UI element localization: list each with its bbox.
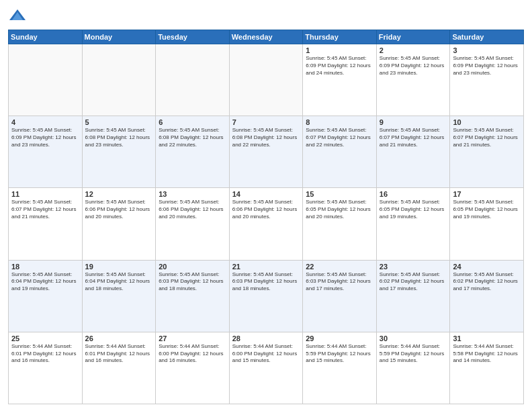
- calendar-week-row: 4Sunrise: 5:45 AM Sunset: 6:09 PM Daylig…: [9, 116, 524, 188]
- calendar-day-cell: 19Sunrise: 5:45 AM Sunset: 6:04 PM Dayli…: [82, 260, 156, 332]
- day-number: 11: [11, 190, 79, 198]
- calendar-week-row: 25Sunrise: 5:44 AM Sunset: 6:01 PM Dayli…: [9, 332, 524, 404]
- calendar-table: SundayMondayTuesdayWednesdayThursdayFrid…: [8, 30, 524, 404]
- calendar-day-cell: 11Sunrise: 5:45 AM Sunset: 6:07 PM Dayli…: [9, 188, 83, 260]
- day-number: 3: [453, 46, 521, 54]
- day-number: 20: [159, 263, 226, 271]
- day-info: Sunrise: 5:45 AM Sunset: 6:09 PM Dayligh…: [11, 127, 79, 148]
- day-info: Sunrise: 5:45 AM Sunset: 6:09 PM Dayligh…: [380, 55, 447, 77]
- day-number: 9: [380, 118, 447, 126]
- calendar-day-cell: 17Sunrise: 5:45 AM Sunset: 6:05 PM Dayli…: [450, 188, 524, 260]
- day-info: Sunrise: 5:44 AM Sunset: 6:00 PM Dayligh…: [232, 343, 300, 365]
- day-of-week-header: Thursday: [303, 30, 377, 44]
- day-info: Sunrise: 5:45 AM Sunset: 6:03 PM Dayligh…: [232, 271, 300, 293]
- calendar-day-cell: 3Sunrise: 5:45 AM Sunset: 6:09 PM Daylig…: [450, 44, 524, 116]
- header: [8, 7, 524, 26]
- day-of-week-header: Monday: [82, 30, 156, 44]
- day-number: 21: [232, 263, 300, 271]
- day-number: 13: [159, 190, 226, 198]
- day-number: 2: [380, 46, 447, 54]
- day-info: Sunrise: 5:44 AM Sunset: 5:59 PM Dayligh…: [380, 343, 447, 365]
- calendar-week-row: 1Sunrise: 5:45 AM Sunset: 6:09 PM Daylig…: [9, 44, 524, 116]
- calendar-day-cell: [9, 44, 83, 116]
- day-info: Sunrise: 5:45 AM Sunset: 6:03 PM Dayligh…: [306, 271, 373, 293]
- day-info: Sunrise: 5:45 AM Sunset: 6:06 PM Dayligh…: [159, 199, 226, 220]
- calendar-day-cell: [229, 44, 303, 116]
- day-info: Sunrise: 5:45 AM Sunset: 6:06 PM Dayligh…: [232, 199, 300, 220]
- day-number: 30: [380, 334, 447, 342]
- calendar-day-cell: 27Sunrise: 5:44 AM Sunset: 6:00 PM Dayli…: [156, 332, 230, 404]
- calendar-header-row: SundayMondayTuesdayWednesdayThursdayFrid…: [9, 30, 524, 44]
- calendar-day-cell: [82, 44, 156, 116]
- day-number: 4: [11, 118, 79, 126]
- day-number: 8: [306, 118, 373, 126]
- calendar-day-cell: 9Sunrise: 5:45 AM Sunset: 6:07 PM Daylig…: [376, 116, 450, 188]
- day-number: 26: [85, 334, 153, 342]
- day-number: 24: [453, 263, 521, 271]
- day-number: 18: [11, 263, 79, 271]
- day-info: Sunrise: 5:45 AM Sunset: 6:09 PM Dayligh…: [453, 55, 521, 77]
- calendar-day-cell: 13Sunrise: 5:45 AM Sunset: 6:06 PM Dayli…: [156, 188, 230, 260]
- calendar-week-row: 11Sunrise: 5:45 AM Sunset: 6:07 PM Dayli…: [9, 188, 524, 260]
- calendar-day-cell: 20Sunrise: 5:45 AM Sunset: 6:03 PM Dayli…: [156, 260, 230, 332]
- day-of-week-header: Sunday: [9, 30, 83, 44]
- day-info: Sunrise: 5:45 AM Sunset: 6:04 PM Dayligh…: [85, 271, 153, 293]
- day-number: 10: [453, 118, 521, 126]
- calendar-day-cell: 8Sunrise: 5:45 AM Sunset: 6:07 PM Daylig…: [303, 116, 377, 188]
- day-number: 16: [380, 190, 447, 198]
- day-number: 19: [85, 263, 153, 271]
- day-info: Sunrise: 5:45 AM Sunset: 6:07 PM Dayligh…: [380, 127, 447, 148]
- calendar-day-cell: 16Sunrise: 5:45 AM Sunset: 6:05 PM Dayli…: [376, 188, 450, 260]
- day-info: Sunrise: 5:45 AM Sunset: 6:09 PM Dayligh…: [306, 55, 373, 77]
- calendar-day-cell: 1Sunrise: 5:45 AM Sunset: 6:09 PM Daylig…: [303, 44, 377, 116]
- day-number: 17: [453, 190, 521, 198]
- calendar-day-cell: 7Sunrise: 5:45 AM Sunset: 6:08 PM Daylig…: [229, 116, 303, 188]
- day-info: Sunrise: 5:45 AM Sunset: 6:05 PM Dayligh…: [453, 199, 521, 220]
- day-info: Sunrise: 5:45 AM Sunset: 6:02 PM Dayligh…: [380, 271, 447, 293]
- day-of-week-header: Friday: [376, 30, 450, 44]
- day-info: Sunrise: 5:45 AM Sunset: 6:03 PM Dayligh…: [159, 271, 226, 293]
- day-info: Sunrise: 5:45 AM Sunset: 6:07 PM Dayligh…: [453, 127, 521, 148]
- day-info: Sunrise: 5:45 AM Sunset: 6:02 PM Dayligh…: [453, 271, 521, 293]
- calendar-day-cell: 6Sunrise: 5:45 AM Sunset: 6:08 PM Daylig…: [156, 116, 230, 188]
- day-number: 14: [232, 190, 300, 198]
- calendar-day-cell: 12Sunrise: 5:45 AM Sunset: 6:06 PM Dayli…: [82, 188, 156, 260]
- day-of-week-header: Tuesday: [156, 30, 230, 44]
- calendar-day-cell: 10Sunrise: 5:45 AM Sunset: 6:07 PM Dayli…: [450, 116, 524, 188]
- day-number: 7: [232, 118, 300, 126]
- day-info: Sunrise: 5:44 AM Sunset: 5:59 PM Dayligh…: [306, 343, 373, 365]
- page: SundayMondayTuesdayWednesdayThursdayFrid…: [0, 0, 532, 411]
- day-info: Sunrise: 5:45 AM Sunset: 6:07 PM Dayligh…: [11, 199, 79, 220]
- day-number: 5: [85, 118, 153, 126]
- day-number: 23: [380, 263, 447, 271]
- calendar-day-cell: 26Sunrise: 5:44 AM Sunset: 6:01 PM Dayli…: [82, 332, 156, 404]
- day-number: 28: [232, 334, 300, 342]
- day-of-week-header: Saturday: [450, 30, 524, 44]
- calendar-day-cell: 30Sunrise: 5:44 AM Sunset: 5:59 PM Dayli…: [376, 332, 450, 404]
- calendar-day-cell: 21Sunrise: 5:45 AM Sunset: 6:03 PM Dayli…: [229, 260, 303, 332]
- day-info: Sunrise: 5:45 AM Sunset: 6:04 PM Dayligh…: [11, 271, 79, 293]
- day-info: Sunrise: 5:45 AM Sunset: 6:08 PM Dayligh…: [159, 127, 226, 148]
- day-info: Sunrise: 5:44 AM Sunset: 6:00 PM Dayligh…: [159, 343, 226, 365]
- day-info: Sunrise: 5:45 AM Sunset: 6:05 PM Dayligh…: [306, 199, 373, 220]
- calendar-day-cell: 31Sunrise: 5:44 AM Sunset: 5:58 PM Dayli…: [450, 332, 524, 404]
- day-number: 6: [159, 118, 226, 126]
- day-number: 1: [306, 46, 373, 54]
- calendar-day-cell: 14Sunrise: 5:45 AM Sunset: 6:06 PM Dayli…: [229, 188, 303, 260]
- day-info: Sunrise: 5:45 AM Sunset: 6:08 PM Dayligh…: [85, 127, 153, 148]
- day-number: 31: [453, 334, 521, 342]
- day-number: 29: [306, 334, 373, 342]
- day-info: Sunrise: 5:45 AM Sunset: 6:07 PM Dayligh…: [306, 127, 373, 148]
- calendar-day-cell: 2Sunrise: 5:45 AM Sunset: 6:09 PM Daylig…: [376, 44, 450, 116]
- calendar-day-cell: 24Sunrise: 5:45 AM Sunset: 6:02 PM Dayli…: [450, 260, 524, 332]
- day-info: Sunrise: 5:45 AM Sunset: 6:06 PM Dayligh…: [85, 199, 153, 220]
- day-of-week-header: Wednesday: [229, 30, 303, 44]
- logo-icon: [8, 7, 27, 26]
- day-info: Sunrise: 5:45 AM Sunset: 6:08 PM Dayligh…: [232, 127, 300, 148]
- calendar-day-cell: 4Sunrise: 5:45 AM Sunset: 6:09 PM Daylig…: [9, 116, 83, 188]
- calendar-day-cell: 22Sunrise: 5:45 AM Sunset: 6:03 PM Dayli…: [303, 260, 377, 332]
- calendar-day-cell: 25Sunrise: 5:44 AM Sunset: 6:01 PM Dayli…: [9, 332, 83, 404]
- day-number: 25: [11, 334, 79, 342]
- day-number: 27: [159, 334, 226, 342]
- day-number: 22: [306, 263, 373, 271]
